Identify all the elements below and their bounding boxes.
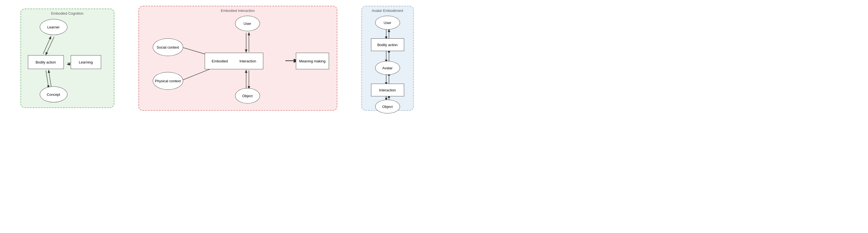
svg-line-0: [46, 37, 54, 55]
concept-node: Concept: [40, 87, 67, 102]
embodied-interaction-title: Embodied Interaction: [221, 8, 255, 13]
bodily-action-node: Bodily action: [28, 55, 64, 69]
embodied-cognition-title: Embodied Cognition: [51, 11, 84, 15]
user-node: User: [235, 16, 260, 31]
avatar-user-node: User: [375, 16, 400, 30]
avatar-object-node: Object: [375, 100, 400, 113]
embodied-interaction-panel: Embodied Interaction User Social context…: [138, 6, 337, 111]
avatar-interaction-node: Interaction: [371, 84, 404, 96]
avatar-bodily-action-node: Bodily action: [371, 38, 404, 51]
interaction-node: Interaction: [233, 53, 263, 69]
social-context-node: Social context: [153, 38, 183, 56]
avatar-embodiment-panel: Avatar Embodiment User Bodily action Ava…: [361, 6, 414, 111]
learning-node: Learning: [71, 55, 101, 69]
svg-line-4: [46, 70, 49, 88]
svg-line-5: [49, 70, 51, 88]
svg-line-1: [43, 37, 51, 54]
avatar-avatar-node: Avatar: [375, 61, 400, 75]
embodied-node: Embodied: [205, 53, 235, 69]
avatar-embodiment-title: Avatar Embodiment: [372, 8, 403, 13]
object-node: Object: [235, 88, 260, 103]
physical-context-node: Physical context: [153, 72, 183, 90]
learner-node: Learner: [40, 19, 67, 35]
embodied-cognition-panel: Embodied Cognition Learner Bodily action…: [21, 8, 114, 108]
meaning-making-node: Meaning making: [296, 53, 329, 69]
